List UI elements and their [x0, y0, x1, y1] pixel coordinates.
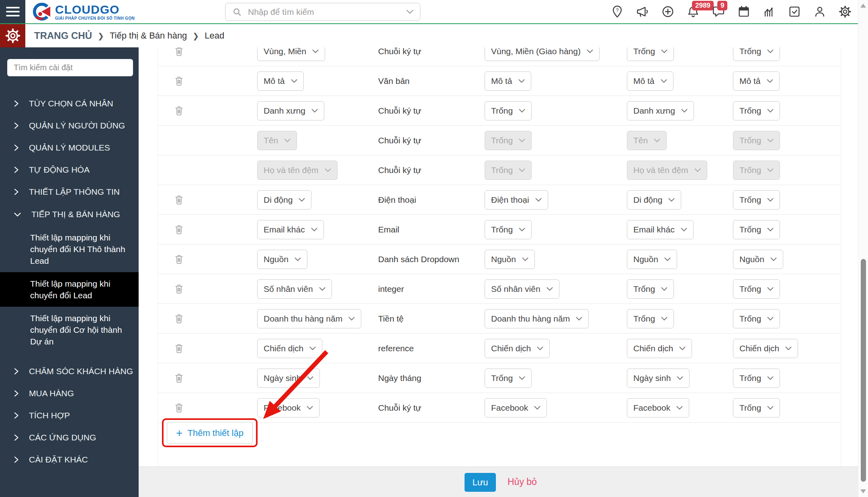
settings-section-button[interactable]: [0, 24, 25, 47]
mapping-dropdown-1[interactable]: Nguồn: [485, 250, 535, 269]
mapping-dropdown-2[interactable]: Trống: [627, 47, 674, 61]
source-field-dropdown[interactable]: Ngày sinh: [257, 369, 320, 388]
trash-icon[interactable]: [174, 313, 184, 324]
mapping-dropdown-3[interactable]: Trống: [733, 309, 780, 328]
source-field-dropdown[interactable]: Số nhân viên: [257, 279, 332, 299]
sidebar-subitem[interactable]: Thiết lập mapping khi chuyển đổi KH Thô …: [0, 226, 139, 272]
source-field-dropdown[interactable]: Nguồn: [257, 250, 307, 269]
trash-icon[interactable]: [174, 47, 184, 57]
mapping-dropdown-2[interactable]: Di động: [627, 190, 681, 210]
mapping-dropdown-1[interactable]: Doanh thu hàng năm: [485, 309, 589, 328]
trash-icon[interactable]: [174, 373, 184, 384]
mapping-dropdown-3[interactable]: Trống: [733, 190, 780, 210]
sidebar-item-thi-t-l-p-th-ng-tin[interactable]: THIẾT LẬP THÔNG TIN: [0, 181, 139, 203]
mapping-dropdown-2[interactable]: Email khác: [627, 220, 694, 239]
tasks-icon[interactable]: [788, 5, 801, 18]
trash-icon[interactable]: [174, 283, 184, 295]
mapping-dropdown-2[interactable]: Tên: [627, 131, 667, 150]
mapping-dropdown-1[interactable]: Trống: [485, 369, 532, 388]
cancel-button[interactable]: Hủy bỏ: [505, 476, 539, 488]
help-pin-icon[interactable]: ?: [610, 5, 624, 18]
trash-icon[interactable]: [174, 254, 184, 265]
sidebar-item-qu-n-l-modules[interactable]: QUẢN LÝ MODULES: [0, 136, 139, 159]
trash-icon[interactable]: [174, 343, 184, 354]
bell-icon[interactable]: 2989: [686, 5, 700, 18]
mapping-dropdown-2[interactable]: Trống: [627, 279, 674, 299]
trash-icon[interactable]: [174, 402, 184, 413]
sidebar-item-t-ng-h-a[interactable]: TỰ ĐỘNG HÓA: [0, 159, 139, 181]
source-field-dropdown[interactable]: Danh xưng: [257, 101, 324, 120]
mapping-dropdown-1[interactable]: Trống: [485, 131, 532, 150]
mapping-dropdown-3[interactable]: Trống: [733, 131, 780, 150]
mapping-dropdown-1[interactable]: Mô tả: [485, 71, 531, 91]
add-setting-button[interactable]: + Thêm thiết lập: [167, 422, 253, 444]
plus-circle-icon[interactable]: [661, 5, 675, 18]
mapping-dropdown-2[interactable]: Trống: [627, 309, 674, 328]
mapping-dropdown-2[interactable]: Mô tả: [627, 71, 674, 91]
mapping-dropdown-2[interactable]: Họ và tên đệm: [627, 161, 707, 180]
source-field-dropdown[interactable]: Doanh thu hàng năm: [257, 309, 361, 328]
mapping-dropdown-3[interactable]: Nguồn: [733, 250, 783, 269]
trash-icon[interactable]: [174, 194, 184, 206]
sidebar-item-qu-n-l-ng-i-d-ng[interactable]: QUẢN LÝ NGƯỜI DÙNG: [0, 114, 139, 136]
mapping-dropdown-1[interactable]: Chiến dịch: [485, 339, 550, 358]
user-icon[interactable]: [813, 5, 827, 18]
mapping-dropdown-3[interactable]: Trống: [733, 279, 780, 299]
global-search-input[interactable]: [247, 7, 401, 17]
sidebar-item-ch-m-s-c-kh-ch-h-ng[interactable]: CHĂM SÓC KHÁCH HÀNG: [0, 360, 139, 382]
breadcrumb-item-marketing[interactable]: Tiếp thị & Bán hàng: [110, 31, 187, 41]
mapping-dropdown-3[interactable]: Mô tả: [733, 71, 780, 91]
source-field-dropdown[interactable]: Mô tả: [257, 71, 304, 91]
mapping-dropdown-2[interactable]: Danh xưng: [627, 101, 694, 120]
scroll-up-arrow[interactable]: [860, 4, 866, 8]
chevron-down-icon[interactable]: [406, 10, 414, 14]
mapping-dropdown-2[interactable]: Nguồn: [627, 250, 677, 269]
analytics-icon[interactable]: [762, 5, 776, 18]
mapping-dropdown-3[interactable]: Trống: [733, 398, 780, 418]
mapping-dropdown-1[interactable]: Điện thoại: [485, 190, 548, 210]
source-field-dropdown[interactable]: Họ và tên đệm: [257, 161, 338, 180]
settings-search-input[interactable]: [7, 59, 133, 76]
sidebar-subitem[interactable]: Thiết lập mapping khi chuyển đổi Lead: [0, 272, 139, 307]
sidebar-item-t-y-ch-n-c-nh-n[interactable]: TÙY CHỌN CÁ NHÂN: [0, 92, 139, 114]
mapping-dropdown-3[interactable]: Trống: [733, 47, 780, 61]
global-search[interactable]: [225, 3, 420, 21]
mapping-dropdown-1[interactable]: Số nhân viên: [485, 279, 559, 299]
mapping-dropdown-3[interactable]: Chiến dịch: [733, 339, 798, 358]
calendar-icon[interactable]: [737, 5, 751, 18]
sidebar-item-marketing-sales[interactable]: TIẾP THỊ & BÁN HÀNG: [0, 203, 139, 226]
mapping-dropdown-2[interactable]: Ngày sinh: [627, 369, 690, 388]
save-button[interactable]: Lưu: [465, 473, 496, 492]
mapping-dropdown-3[interactable]: Trống: [733, 220, 780, 239]
sidebar-item-c-i-t-kh-c[interactable]: CÀI ĐẶT KHÁC: [0, 448, 139, 471]
source-field-dropdown[interactable]: Email khác: [257, 220, 324, 239]
scroll-down-arrow[interactable]: [860, 489, 866, 493]
mapping-dropdown-1[interactable]: Trống: [485, 161, 532, 180]
source-field-dropdown[interactable]: Tên: [257, 131, 297, 150]
mapping-dropdown-3[interactable]: Trống: [733, 369, 780, 388]
sidebar-subitem[interactable]: Thiết lập mapping khi chuyển đổi Cơ hội …: [0, 307, 139, 353]
hamburger-menu-button[interactable]: [0, 0, 25, 23]
source-field-dropdown[interactable]: Chiến dịch: [257, 339, 322, 358]
mapping-dropdown-2[interactable]: Chiến dịch: [627, 339, 692, 358]
settings-icon[interactable]: [838, 5, 852, 18]
trash-icon[interactable]: [174, 75, 184, 87]
chat-icon[interactable]: 9: [712, 5, 725, 18]
sidebar-item-t-ch-h-p[interactable]: TÍCH HỢP: [0, 404, 139, 426]
mapping-dropdown-2[interactable]: Facebook: [627, 398, 689, 418]
mapping-dropdown-1[interactable]: Trống: [485, 220, 532, 239]
sidebar-item-mua-h-ng[interactable]: MUA HÀNG: [0, 382, 139, 404]
mapping-dropdown-1[interactable]: Facebook: [485, 398, 547, 418]
mapping-dropdown-1[interactable]: Trống: [485, 101, 532, 120]
source-field-dropdown[interactable]: Facebook: [257, 398, 319, 418]
scrollbar-thumb[interactable]: [861, 259, 866, 482]
sidebar-item-c-c-ng-d-ng[interactable]: CÁC ỨNG DỤNG: [0, 426, 139, 448]
mapping-dropdown-3[interactable]: Trống: [733, 161, 780, 180]
megaphone-icon[interactable]: [636, 5, 649, 18]
mapping-dropdown-3[interactable]: Trống: [733, 101, 780, 120]
mapping-dropdown-1[interactable]: Vùng, Miền (Giao hàng): [485, 47, 600, 61]
source-field-dropdown[interactable]: Di động: [257, 190, 311, 210]
trash-icon[interactable]: [174, 224, 184, 235]
breadcrumb-home[interactable]: TRANG CHỦ: [34, 30, 92, 41]
source-field-dropdown[interactable]: Vùng, Miền: [257, 47, 325, 61]
